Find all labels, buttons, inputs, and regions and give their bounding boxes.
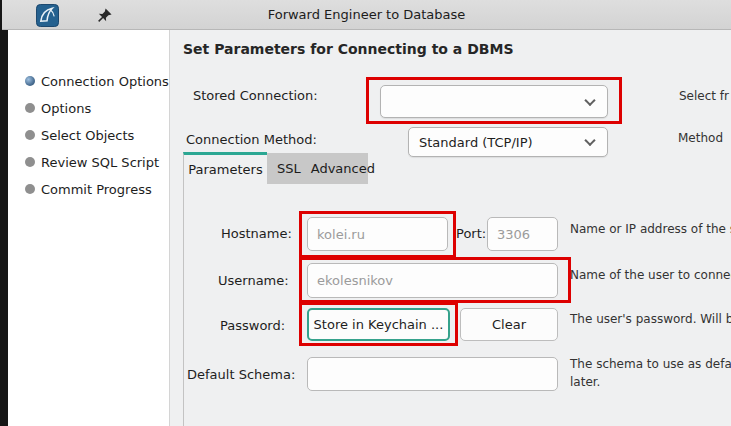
mysql-workbench-icon xyxy=(36,4,59,27)
tab-group-inactive: SSL Advanced xyxy=(267,153,368,184)
port-input[interactable] xyxy=(487,217,558,251)
sidebar-item-select-objects[interactable]: Select Objects xyxy=(8,125,169,145)
tab-ssl[interactable]: SSL xyxy=(267,161,311,176)
hostname-hint: Name or IP address of the server xyxy=(570,222,731,236)
connection-method-label: Connection Method: xyxy=(186,132,317,147)
page-title: Set Parameters for Connecting to a DBMS xyxy=(183,41,513,57)
username-label: Username: xyxy=(218,273,289,288)
sidebar-item-review-sql-script[interactable]: Review SQL Script xyxy=(8,152,169,172)
tab-label: Parameters xyxy=(188,162,262,177)
sidebar-item-label: Options xyxy=(41,101,91,116)
sidebar-item-options[interactable]: Options xyxy=(8,98,169,118)
default-schema-label: Default Schema: xyxy=(187,367,295,382)
hostname-label: Hostname: xyxy=(221,226,292,241)
stored-connection-hint: Select fr xyxy=(679,89,729,103)
tab-advanced[interactable]: Advanced xyxy=(311,161,385,176)
wizard-steps-sidebar: Connection Options Options Select Object… xyxy=(8,30,170,426)
tab-panel-border xyxy=(183,184,184,426)
stored-connection-label: Stored Connection: xyxy=(193,88,318,103)
default-schema-hint-line1: The schema to use as default sch xyxy=(570,357,731,371)
chevron-down-icon xyxy=(584,94,595,105)
hostname-input[interactable] xyxy=(307,217,448,251)
sidebar-item-commit-progress[interactable]: Commit Progress xyxy=(8,179,169,199)
connection-method-hint: Method xyxy=(678,131,723,145)
step-active-dot-icon xyxy=(25,76,35,86)
clear-password-button[interactable]: Clear xyxy=(460,308,558,341)
store-in-keychain-button[interactable]: Store in Keychain ... xyxy=(307,308,450,341)
step-dot-icon xyxy=(25,130,35,140)
main-panel: Set Parameters for Connecting to a DBMS … xyxy=(170,30,731,426)
default-schema-hint-line2: later. xyxy=(570,375,600,389)
step-dot-icon xyxy=(25,157,35,167)
connection-method-dropdown[interactable]: Standard (TCP/IP) xyxy=(408,127,608,157)
step-dot-icon xyxy=(25,103,35,113)
step-dot-icon xyxy=(25,184,35,194)
default-schema-input[interactable] xyxy=(307,357,558,391)
pin-icon[interactable] xyxy=(96,7,113,24)
username-input[interactable] xyxy=(307,263,558,298)
sidebar-item-label: Select Objects xyxy=(41,128,134,143)
password-label: Password: xyxy=(220,318,285,333)
sidebar-item-label: Review SQL Script xyxy=(41,155,159,170)
chevron-down-icon xyxy=(584,135,595,146)
tab-parameters[interactable]: Parameters xyxy=(183,152,267,184)
connection-method-value: Standard (TCP/IP) xyxy=(419,135,533,150)
password-hint: The user's password. Will be req xyxy=(570,312,731,326)
stored-connection-dropdown[interactable] xyxy=(380,85,608,118)
title-bar: Forward Engineer to Database xyxy=(2,0,731,30)
username-hint: Name of the user to connect with xyxy=(570,268,731,282)
sidebar-item-label: Connection Options xyxy=(41,74,169,89)
sidebar-item-connection-options[interactable]: Connection Options xyxy=(8,71,169,91)
sidebar-item-label: Commit Progress xyxy=(41,182,152,197)
port-label: Port: xyxy=(456,226,486,241)
